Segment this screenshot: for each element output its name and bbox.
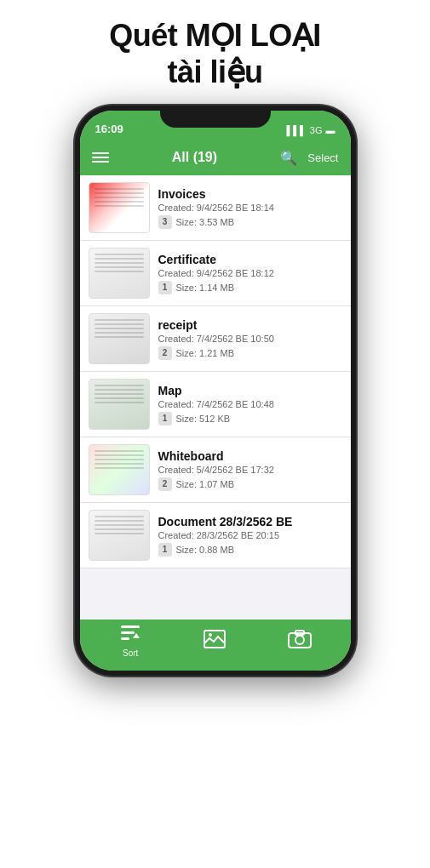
doc-name: Map <box>158 384 342 397</box>
doc-created: Created: 9/4/2562 BE 18:12 <box>158 268 342 278</box>
doc-size: Size: 1.07 MB <box>176 479 234 489</box>
doc-meta: 2Size: 1.21 MB <box>158 346 342 360</box>
doc-list-item[interactable]: MapCreated: 7/4/2562 BE 10:481Size: 512 … <box>80 372 351 437</box>
svg-rect-0 <box>121 625 140 628</box>
doc-count-badge: 2 <box>158 477 172 491</box>
gallery-tab[interactable] <box>173 630 257 654</box>
battery-icon: ▬ <box>326 125 335 135</box>
hamburger-line <box>92 157 109 158</box>
camera-tab[interactable] <box>257 630 341 654</box>
svg-point-7 <box>295 636 304 644</box>
status-icons: ▌▌▌ 3G ▬ <box>286 125 335 135</box>
doc-count-badge: 3 <box>158 215 172 229</box>
sort-tab[interactable]: Sort <box>89 625 173 658</box>
gallery-icon <box>204 630 226 653</box>
doc-count-badge: 2 <box>158 346 172 360</box>
doc-list-item[interactable]: InvoicesCreated: 9/4/2562 BE 18:143Size:… <box>80 175 351 241</box>
document-list: InvoicesCreated: 9/4/2562 BE 18:143Size:… <box>80 175 351 620</box>
doc-size: Size: 0.88 MB <box>176 545 234 555</box>
doc-created: Created: 7/4/2562 BE 10:48 <box>158 399 342 409</box>
doc-info: MapCreated: 7/4/2562 BE 10:481Size: 512 … <box>158 384 342 425</box>
doc-thumbnail <box>89 182 150 233</box>
nav-bar: All (19) 🔍 Select <box>80 140 351 175</box>
nav-actions: 🔍 Select <box>280 150 338 166</box>
hamburger-line <box>92 161 109 163</box>
hamburger-line <box>92 152 109 154</box>
doc-info: InvoicesCreated: 9/4/2562 BE 18:143Size:… <box>158 187 342 229</box>
doc-count-badge: 1 <box>158 281 172 294</box>
nav-title: All (19) <box>172 150 217 165</box>
doc-meta: 1Size: 512 KB <box>158 412 342 425</box>
doc-count-badge: 1 <box>158 543 172 557</box>
doc-list-item[interactable]: receiptCreated: 7/4/2562 BE 10:502Size: … <box>80 306 351 372</box>
doc-meta: 3Size: 3.53 MB <box>158 215 342 229</box>
doc-name: Invoices <box>158 187 342 201</box>
sort-icon <box>121 625 140 647</box>
doc-size: Size: 3.53 MB <box>176 217 234 227</box>
doc-meta: 1Size: 0.88 MB <box>158 543 342 557</box>
doc-meta: 1Size: 1.14 MB <box>158 281 342 294</box>
headline-line1: Quét MỌI LOẠI <box>109 17 321 54</box>
doc-size: Size: 1.14 MB <box>176 283 234 293</box>
phone-screen: 16:09 ▌▌▌ 3G ▬ All (19) 🔍 Select Invoice… <box>80 111 351 671</box>
doc-thumbnail <box>89 510 150 561</box>
doc-info: WhiteboardCreated: 5/4/2562 BE 17:322Siz… <box>158 449 342 491</box>
doc-name: receipt <box>158 318 342 332</box>
hamburger-menu-button[interactable] <box>92 152 109 163</box>
doc-created: Created: 28/3/2562 BE 20:15 <box>158 530 342 540</box>
doc-count-badge: 1 <box>158 412 172 425</box>
doc-list-item[interactable]: CertificateCreated: 9/4/2562 BE 18:121Si… <box>80 241 351 306</box>
search-icon[interactable]: 🔍 <box>280 150 297 166</box>
svg-rect-1 <box>121 631 135 634</box>
camera-icon <box>288 630 312 653</box>
doc-size: Size: 1.21 MB <box>176 348 234 358</box>
svg-point-5 <box>209 633 212 637</box>
doc-created: Created: 5/4/2562 BE 17:32 <box>158 465 342 475</box>
doc-list-item[interactable]: Document 28/3/2562 BECreated: 28/3/2562 … <box>80 503 351 568</box>
doc-name: Whiteboard <box>158 449 342 463</box>
network-type: 3G <box>310 125 323 135</box>
signal-icon: ▌▌▌ <box>286 125 306 135</box>
page-headline: Quét MỌI LOẠI tài liệu <box>109 17 321 90</box>
doc-thumbnail <box>89 379 150 430</box>
svg-rect-2 <box>121 637 129 640</box>
doc-info: receiptCreated: 7/4/2562 BE 10:502Size: … <box>158 318 342 360</box>
select-button[interactable]: Select <box>307 151 338 164</box>
doc-thumbnail <box>89 248 150 299</box>
status-time: 16:09 <box>95 123 123 135</box>
doc-created: Created: 7/4/2562 BE 10:50 <box>158 334 342 344</box>
svg-marker-3 <box>133 633 140 638</box>
bottom-tab-bar: Sort <box>80 620 351 671</box>
doc-thumbnail <box>89 313 150 364</box>
doc-meta: 2Size: 1.07 MB <box>158 477 342 491</box>
doc-info: CertificateCreated: 9/4/2562 BE 18:121Si… <box>158 253 342 294</box>
doc-thumbnail <box>89 444 150 495</box>
doc-info: Document 28/3/2562 BECreated: 28/3/2562 … <box>158 515 342 557</box>
doc-name: Document 28/3/2562 BE <box>158 515 342 528</box>
doc-name: Certificate <box>158 253 342 266</box>
sort-tab-label: Sort <box>123 648 138 658</box>
doc-size: Size: 512 KB <box>176 414 231 424</box>
phone-notch <box>160 106 271 128</box>
phone-shell: 16:09 ▌▌▌ 3G ▬ All (19) 🔍 Select Invoice… <box>75 106 356 676</box>
doc-created: Created: 9/4/2562 BE 18:14 <box>158 203 342 213</box>
headline-line2: tài liệu <box>109 54 321 90</box>
doc-list-item[interactable]: WhiteboardCreated: 5/4/2562 BE 17:322Siz… <box>80 437 351 503</box>
